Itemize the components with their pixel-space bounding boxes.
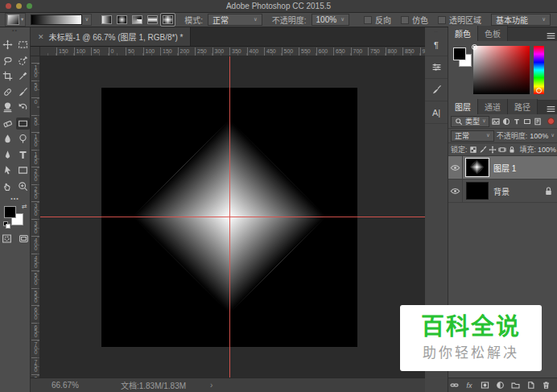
close-tab-icon[interactable]: ✕ (38, 33, 44, 41)
screen-mode-button[interactable] (17, 233, 30, 245)
layer-opacity-value[interactable]: 100% (530, 132, 548, 140)
new-layer-layer-icon[interactable] (526, 381, 535, 390)
ruler-origin-box[interactable] (31, 47, 40, 56)
swap-colors-icon[interactable]: ⇄ (22, 204, 27, 210)
panel-menu-icon[interactable] (546, 104, 555, 111)
lock-transparency-icon[interactable] (469, 145, 478, 154)
filter-type-icon[interactable] (513, 117, 522, 126)
color-panel-tabs: 颜色色板 (448, 27, 557, 41)
mode-select[interactable]: 正常 ∨ (208, 14, 262, 26)
tool-preset-picker[interactable]: ▾ (5, 13, 26, 27)
gradient-preview[interactable] (31, 14, 82, 25)
brush-settings-panel-button[interactable] (425, 79, 448, 101)
foreground-color-swatch[interactable] (4, 206, 16, 218)
foreground-color-swatch[interactable] (453, 47, 466, 60)
horizontal-ruler[interactable]: 1501005005010015020025030035040045050055… (40, 47, 425, 56)
pen-tool[interactable] (1, 149, 14, 161)
checkbox-box[interactable] (401, 16, 409, 24)
horizontal-guide[interactable] (40, 217, 425, 217)
marquee-tool[interactable] (16, 39, 30, 51)
gradient-picker-dropdown[interactable]: ∨ (82, 14, 92, 26)
gradient-type-radial-button[interactable] (115, 14, 129, 26)
layers-tab-图层[interactable]: 图层 (448, 99, 478, 114)
dodge-tool[interactable] (16, 133, 30, 145)
default-colors-icon[interactable] (3, 221, 10, 228)
brush-tool[interactable] (16, 86, 30, 98)
layer-thumbnail[interactable] (466, 159, 489, 176)
lasso-tool[interactable] (1, 55, 14, 67)
blur-tool[interactable] (1, 133, 14, 145)
panel-grip[interactable]: ‥ (425, 27, 448, 34)
layer-visibility-eye-icon[interactable] (448, 156, 463, 179)
zoom-level-field[interactable]: 66.67% (52, 381, 79, 390)
mask-layer-icon[interactable] (480, 381, 489, 390)
filter-image-icon[interactable] (492, 117, 501, 126)
delete-layer-icon[interactable] (541, 381, 551, 390)
hue-slider[interactable] (534, 46, 544, 94)
color-tab-颜色[interactable]: 颜色 (448, 26, 478, 41)
opacity-select[interactable]: 100% ∨ (312, 14, 349, 26)
clone-stamp-tool[interactable] (1, 101, 14, 113)
hue-cursor[interactable] (536, 88, 542, 93)
filter-adjustment-icon[interactable] (502, 117, 511, 126)
layer-row[interactable]: 图层 1 (448, 156, 557, 179)
edit-toolbar-ellipsis-icon[interactable]: ••• (0, 196, 30, 201)
lock-position-icon[interactable] (489, 145, 497, 154)
status-options-arrow-icon[interactable]: › (210, 381, 212, 390)
panel-menu-icon[interactable] (546, 31, 555, 38)
layers-tab-通道[interactable]: 通道 (478, 99, 508, 114)
healing-brush-tool[interactable] (1, 86, 14, 98)
paragraph-panel-button[interactable]: ¶ (425, 34, 448, 56)
layer-thumbnail[interactable] (466, 182, 489, 200)
color-tab-色板[interactable]: 色板 (478, 26, 508, 41)
gradient-type-linear-button[interactable] (100, 14, 113, 26)
checkbox-box[interactable] (438, 16, 446, 24)
path-selection-tool[interactable] (1, 164, 14, 176)
checkbox-仿色[interactable]: 仿色 (401, 14, 428, 26)
vertical-ruler[interactable]: 1005005010015020025030035040045050055060… (31, 56, 40, 378)
properties-panel-button[interactable] (425, 56, 448, 79)
crop-tool[interactable] (1, 70, 14, 82)
checkbox-反向[interactable]: 反向 (364, 14, 391, 26)
chevron-down-icon[interactable]: ∨ (551, 133, 555, 138)
quick-mask-button[interactable] (0, 233, 13, 245)
checkbox-box[interactable] (364, 16, 372, 24)
gradient-type-reflected-button[interactable] (146, 14, 159, 26)
filter-toggle[interactable] (547, 118, 555, 125)
adjustment-layer-icon[interactable] (495, 381, 505, 390)
gradient-type-diamond-button[interactable] (161, 14, 175, 26)
link-layer-icon[interactable] (449, 381, 459, 390)
layer-visibility-eye-icon[interactable] (448, 179, 463, 202)
hand-tool[interactable] (1, 180, 14, 192)
zoom-tool[interactable] (16, 180, 30, 192)
color-cursor[interactable] (472, 44, 477, 50)
lock-all-icon[interactable] (508, 145, 517, 154)
blend-mode-select[interactable]: 正常 ∨ (451, 130, 494, 142)
eraser-tool[interactable] (1, 118, 14, 130)
filter-smart-object-icon[interactable] (534, 117, 543, 126)
gradient-tool[interactable] (16, 118, 30, 130)
lock-artboard-icon[interactable] (498, 145, 507, 154)
gradient-type-angle-button[interactable] (130, 14, 144, 26)
rectangle-tool[interactable] (16, 164, 30, 176)
layers-tab-路径[interactable]: 路径 (508, 99, 538, 114)
history-brush-tool[interactable] (16, 101, 30, 113)
quick-selection-tool[interactable] (16, 55, 30, 67)
eyedropper-tool[interactable] (16, 70, 30, 82)
document-tab[interactable]: ✕ 未标题-1 @ 66.7% (图层 1, RGB/8*) * (31, 27, 191, 46)
layer-row[interactable]: 背景 (448, 179, 557, 203)
checkbox-透明区域[interactable]: 透明区域 (438, 14, 481, 26)
gradient-editor-button[interactable]: ∨ (31, 14, 92, 26)
character-panel-button[interactable]: A| (425, 101, 448, 124)
type-tool[interactable] (16, 149, 30, 161)
workspace-select[interactable]: 基本功能 ∨ (491, 14, 551, 26)
filter-shape-icon[interactable] (523, 117, 532, 126)
panel-grip[interactable]: •• (0, 27, 30, 34)
saturation-brightness-field[interactable] (473, 46, 530, 94)
layer-filter-kind-select[interactable]: 类型 ∨ (451, 116, 489, 127)
lock-brush-icon[interactable] (479, 145, 488, 154)
fill-value[interactable]: 100% (538, 146, 556, 154)
fx-layer-icon[interactable]: fx (464, 381, 474, 390)
group-layer-icon[interactable] (510, 381, 520, 390)
move-tool[interactable] (1, 39, 14, 51)
